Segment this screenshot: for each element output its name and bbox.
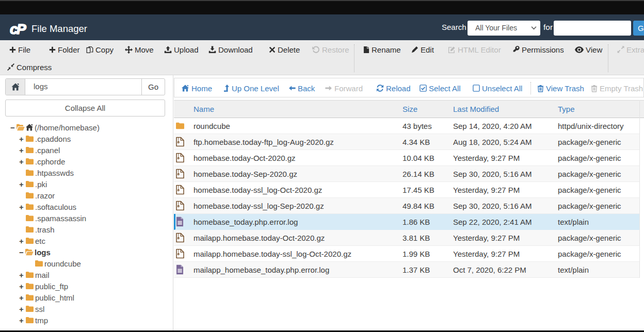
svg-text:cP: cP <box>10 23 26 37</box>
